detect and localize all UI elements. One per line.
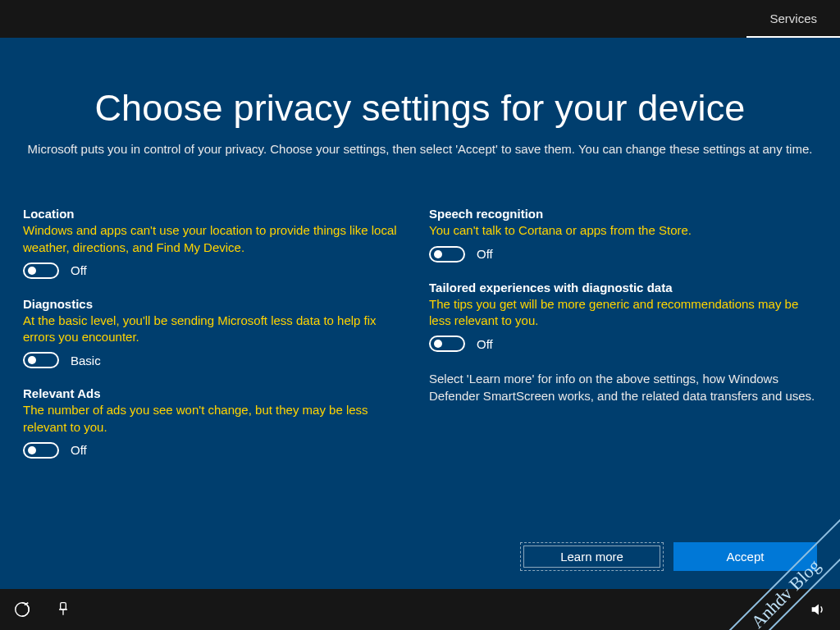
toggle-state-label: Off <box>71 443 87 457</box>
svg-rect-1 <box>61 603 66 609</box>
accept-button[interactable]: Accept <box>673 542 817 571</box>
tab-services[interactable]: Services <box>746 0 840 38</box>
setting-title: Tailored experiences with diagnostic dat… <box>429 281 817 294</box>
setting-relevant-ads: Relevant Ads The number of ads you see w… <box>23 386 411 459</box>
setting-title: Speech recognition <box>429 207 817 221</box>
ease-of-access-icon[interactable] <box>10 597 34 622</box>
setting-tailored-experiences: Tailored experiences with diagnostic dat… <box>429 281 817 353</box>
top-bar: Services <box>0 0 840 38</box>
toggle-state-label: Off <box>71 263 87 277</box>
toggle-location[interactable] <box>23 262 59 279</box>
toggle-speech-recognition[interactable] <box>429 246 465 262</box>
setting-desc: At the basic level, you'll be sending Mi… <box>23 313 411 346</box>
setting-title: Diagnostics <box>23 297 411 311</box>
page-title: Choose privacy settings for your device <box>23 87 817 130</box>
pin-icon[interactable] <box>51 597 75 622</box>
setting-location: Location Windows and apps can't use your… <box>23 207 411 279</box>
settings-left-column: Location Windows and apps can't use your… <box>23 207 411 477</box>
volume-icon[interactable] <box>806 597 830 622</box>
main-content: Choose privacy settings for your device … <box>0 38 840 589</box>
setting-speech-recognition: Speech recognition You can't talk to Cor… <box>429 207 817 262</box>
setting-desc: The tips you get will be more generic an… <box>429 296 817 330</box>
footnote-text: Select 'Learn more' for info on the abov… <box>429 370 817 404</box>
toggle-state-label: Off <box>477 247 493 261</box>
setting-title: Relevant Ads <box>23 386 411 400</box>
toggle-state-label: Off <box>477 337 493 351</box>
learn-more-button[interactable]: Learn more <box>520 542 664 571</box>
page-subtitle: Microsoft puts you in control of your pr… <box>26 141 814 158</box>
setting-title: Location <box>23 207 411 221</box>
toggle-tailored-experiences[interactable] <box>429 336 465 352</box>
toggle-diagnostics[interactable] <box>23 352 59 368</box>
setting-diagnostics: Diagnostics At the basic level, you'll b… <box>23 297 411 369</box>
settings-right-column: Speech recognition You can't talk to Cor… <box>429 207 817 477</box>
toggle-relevant-ads[interactable] <box>23 442 59 459</box>
setting-desc: You can't talk to Cortana or apps from t… <box>429 222 817 239</box>
setting-desc: The number of ads you see won't change, … <box>23 402 411 436</box>
toggle-state-label: Basic <box>71 354 101 368</box>
setting-desc: Windows and apps can't use your location… <box>23 222 411 256</box>
taskbar <box>0 589 840 630</box>
